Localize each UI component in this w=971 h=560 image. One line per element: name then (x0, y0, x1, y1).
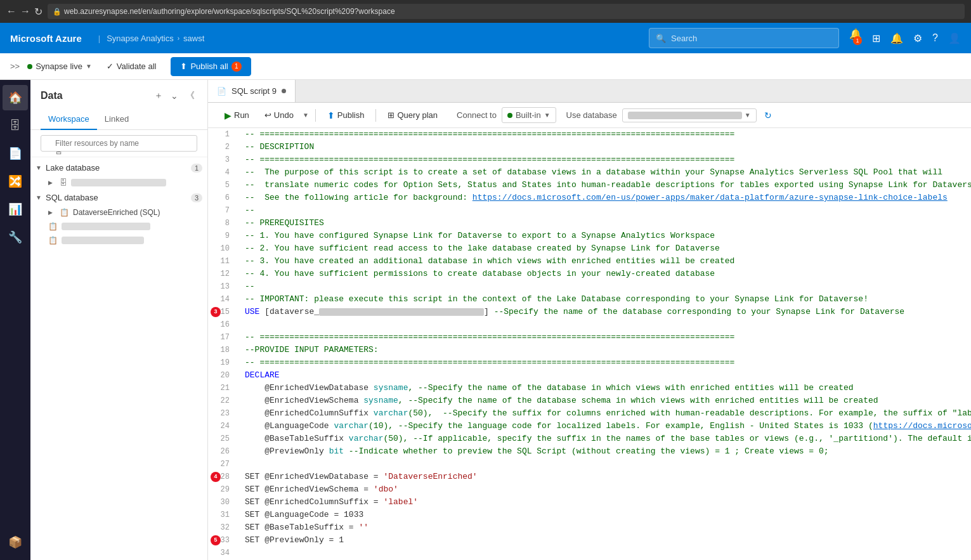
code-content: @EnrichedColumnSuffix varchar(50), --Spe… (240, 407, 971, 420)
line-number: 8 (208, 217, 240, 230)
forward-button[interactable]: → (20, 6, 30, 17)
code-segment: @EnrichedViewDatabase (245, 383, 374, 393)
db-refresh-button[interactable]: ↻ (764, 110, 772, 120)
code-line: 30SET @EnrichedColumnSuffix = 'label' (208, 496, 971, 509)
sidebar-icon-home[interactable]: 🏠 (3, 85, 28, 110)
code-segment: -- DESCRIPTION (245, 142, 314, 152)
search-placeholder: Search (671, 34, 697, 43)
line-number: 428 (208, 471, 240, 483)
sidebar-icon-data[interactable]: 🗄 (3, 113, 28, 138)
code-segment: sysname (363, 396, 398, 405)
sidebar-icon-manage[interactable]: 🔧 (3, 225, 28, 250)
data-tabs: Workspace Linked (30, 109, 207, 130)
tab-workspace[interactable]: Workspace (41, 109, 97, 130)
portal-menu-icon[interactable]: ⊞ (872, 32, 880, 44)
line-number: 2 (208, 141, 240, 153)
line-number: 14 (208, 293, 240, 306)
line-number: 31 (208, 509, 240, 521)
sidebar-icon-develop[interactable]: 📄 (3, 141, 28, 166)
lake-db-item-dataverse[interactable]: ▶ 🗄 (30, 176, 207, 190)
sql-db-item-dataverse-enriched[interactable]: ▶ 📋 DataverseEnriched (SQL) (30, 205, 207, 219)
breadcrumb-arrow: › (178, 35, 179, 42)
code-segment: -- =====================================… (245, 358, 734, 367)
line-number: 12 (208, 268, 240, 280)
code-content: SET @EnrichedColumnSuffix = 'label' (240, 496, 971, 509)
synapse-live-caret[interactable]: ▼ (86, 63, 92, 70)
code-content: -- =====================================… (240, 331, 971, 344)
notification-icon[interactable]: 🔔 1 (849, 28, 862, 49)
script-tabs: 📄 SQL script 9 (208, 80, 971, 103)
sidebar-icons: 🏠 🗄 📄 🔀 📊 🔧 📦 (0, 80, 30, 560)
connect-to-select[interactable]: Built-in ▼ (502, 107, 556, 123)
run-icon: ▶ (225, 110, 231, 120)
code-content: -- 4. You have sufficient permissions to… (240, 268, 971, 280)
filter-input[interactable] (41, 135, 197, 152)
azure-search[interactable]: 🔍 Search (649, 28, 839, 48)
line-number: 24 (208, 420, 240, 433)
collapse-panel-button[interactable]: 《 (183, 88, 197, 104)
collapse-icon[interactable]: >> (10, 62, 20, 71)
code-content: @EnrichedViewDatabase sysname, --Specify… (240, 382, 971, 394)
script-tab-sql9[interactable]: 📄 SQL script 9 (208, 80, 296, 102)
code-line: 8-- PREREQUISITES (208, 217, 971, 230)
run-dropdown[interactable]: ▶ Run (218, 108, 256, 123)
publish-all-button[interactable]: ⬆ Publish all 1 (171, 57, 251, 76)
undo-button[interactable]: ↩ Undo (258, 108, 300, 122)
publish-button[interactable]: ⬆ Publish (321, 108, 371, 123)
back-button[interactable]: ← (6, 6, 16, 17)
dataverse-expand[interactable]: ▶ (48, 179, 56, 186)
line-number: 23 (208, 407, 240, 420)
code-line: 14-- IMPORTANT: please execute this scri… (208, 293, 971, 306)
sidebar-icon-bottom[interactable]: 📦 (3, 530, 28, 555)
code-segment: -- 3. You have created an additional dat… (245, 256, 734, 266)
alerts-icon[interactable]: 🔔 (890, 32, 903, 44)
connect-to-value: Built-in (516, 110, 541, 120)
sql-db-item-blurred2[interactable]: 📋 (30, 233, 207, 247)
lake-database-header[interactable]: ▼ Lake database 1 (30, 160, 207, 176)
sql-database-header[interactable]: ▼ SQL database 3 (30, 190, 207, 205)
query-plan-label: Query plan (397, 110, 438, 120)
tab-linked[interactable]: Linked (97, 109, 136, 130)
settings-icon[interactable]: ⚙ (913, 32, 922, 44)
undo-dropdown[interactable]: ↩ Undo ▼ (258, 108, 310, 122)
enriched-expand[interactable]: ▶ (48, 209, 56, 216)
sidebar-icon-monitor[interactable]: 📊 (3, 197, 28, 222)
undo-caret[interactable]: ▼ (301, 109, 310, 121)
use-db-select[interactable]: ▼ (622, 108, 757, 122)
code-segment: -- translate numeric codes for Option Se… (245, 180, 971, 190)
sidebar-icon-integrate[interactable]: 🔀 (3, 169, 28, 194)
code-editor[interactable]: 1-- ====================================… (208, 128, 971, 560)
query-plan-button[interactable]: ⊞ Query plan (381, 108, 444, 122)
validate-all-button[interactable]: ✓ Validate all (100, 58, 164, 75)
toolbar-sep-1 (315, 109, 316, 122)
sql-database-section: ▼ SQL database 3 ▶ 📋 DataverseEnriched (… (30, 190, 207, 247)
service-name[interactable]: Synapse Analytics (107, 34, 174, 43)
refresh-button[interactable]: ↻ (34, 6, 42, 18)
sql-db-item-blurred1[interactable]: 📋 (30, 219, 207, 233)
user-icon[interactable]: 👤 (948, 32, 961, 44)
code-content: -- 1. You have configured Synapse Link f… (240, 230, 971, 242)
line-number: 7 (208, 204, 240, 217)
run-button[interactable]: ▶ Run (218, 108, 256, 123)
code-segment: , --Specify the name of the database in … (408, 383, 853, 393)
sql-db-blurred-1 (62, 223, 150, 230)
code-content: DECLARE (240, 369, 971, 382)
workspace-name[interactable]: sawst (183, 34, 204, 43)
code-segment: SET @BaseTableSuffix = (245, 523, 358, 532)
url-bar[interactable]: 🔒 web.azuresynapse.net/en/authoring/expl… (48, 4, 965, 19)
refresh-resources-button[interactable]: ⌄ (168, 88, 181, 103)
main-content: 📄 SQL script 9 ▶ Run ↩ Undo ▼ (208, 80, 971, 560)
code-line: 25 @BaseTableSuffix varchar(50), --If ap… (208, 433, 971, 445)
sql-db-label: SQL database (46, 193, 188, 202)
browser-navigation[interactable]: ← → ↻ (6, 6, 42, 18)
add-resource-button[interactable]: ＋ (152, 88, 166, 104)
line-number: 533 (208, 534, 240, 547)
code-line: 26 @PreviewOnly bit --Indicate whether t… (208, 445, 971, 458)
script-tab-name: SQL script 9 (231, 86, 277, 96)
publish-icon: ⬆ (327, 110, 335, 120)
synapse-live[interactable]: Synapse live ▼ (27, 62, 92, 71)
line-number: 13 (208, 280, 240, 293)
line-number: 315 (208, 306, 240, 318)
help-icon[interactable]: ? (932, 32, 938, 44)
code-content: -- IMPORTANT: please execute this script… (240, 293, 971, 306)
